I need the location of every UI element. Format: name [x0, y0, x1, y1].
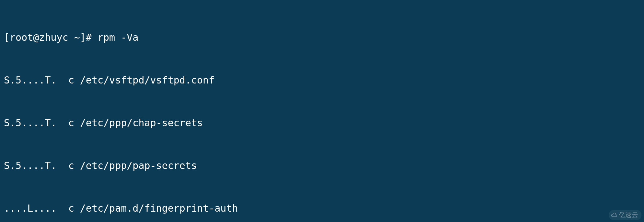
verify-path: /etc/vsftpd/vsftpd.conf — [80, 74, 214, 86]
verify-path: /etc/ppp/pap-secrets — [80, 160, 197, 171]
terminal-window[interactable]: [root@zhuyc ~]# rpm -Va S.5....T. c /etc… — [0, 0, 644, 222]
watermark-label: 亿速云 — [619, 211, 638, 219]
verify-flags: S.5....T. — [4, 117, 57, 128]
verify-marker: c — [68, 203, 74, 214]
verify-flags: ....L.... — [4, 203, 57, 214]
verify-flags: S.5....T. — [4, 160, 57, 171]
verify-line: S.5....T. c /etc/vsftpd/vsftpd.conf — [4, 73, 641, 87]
verify-line: S.5....T. c /etc/ppp/chap-secrets — [4, 116, 641, 130]
verify-marker: c — [68, 74, 74, 86]
shell-prompt: [root@zhuyc ~]# — [4, 32, 98, 43]
shell-command: rpm -Va — [98, 32, 138, 43]
verify-marker: c — [68, 117, 74, 128]
verify-marker: c — [68, 160, 74, 171]
verify-path: /etc/ppp/chap-secrets — [80, 117, 203, 128]
verify-flags: S.5....T. — [4, 74, 57, 86]
prompt-line: [root@zhuyc ~]# rpm -Va — [4, 30, 641, 45]
verify-line: S.5....T. c /etc/ppp/pap-secrets — [4, 159, 641, 173]
verify-line: ....L.... c /etc/pam.d/fingerprint-auth — [4, 201, 641, 216]
watermark-badge: 亿速云 — [609, 210, 641, 220]
verify-path: /etc/pam.d/fingerprint-auth — [80, 203, 238, 214]
